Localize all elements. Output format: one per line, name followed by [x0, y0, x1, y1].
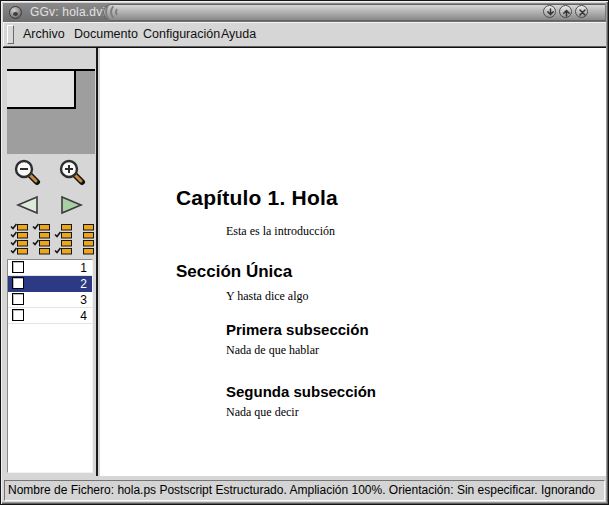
ggv-window: GGv: hola.dvi Archivo Documento Configur… — [0, 0, 609, 505]
section-body-text: Y hasta dice algo — [226, 289, 309, 304]
arrow-down-icon — [544, 6, 557, 19]
page-checkbox[interactable] — [12, 277, 24, 289]
menu-configuracion[interactable]: Configuración — [140, 23, 223, 46]
menu-documento[interactable]: Documento — [71, 23, 141, 46]
previous-page-button[interactable] — [14, 195, 40, 218]
mark-all-pages-button[interactable] — [10, 223, 29, 259]
clear-all-marks-button[interactable] — [76, 223, 95, 259]
mark-odd-pages-button[interactable] — [32, 223, 51, 259]
page-row-3[interactable]: 3 — [8, 292, 92, 308]
section-title: Sección Única — [176, 262, 292, 282]
subsection1-title: Primera subsección — [226, 321, 369, 338]
arrow-right-icon — [59, 195, 85, 215]
document-view[interactable]: Capítulo 1. Hola Esta es la introducción… — [100, 48, 606, 476]
sidebar: 1 2 3 4 — [3, 48, 98, 476]
page-checkbox[interactable] — [12, 309, 24, 321]
magnifier-minus-icon — [13, 158, 41, 186]
status-message: Nombre de Fichero: hola.ps Postscript Es… — [8, 481, 604, 500]
main-area: 1 2 3 4 Capítulo 1. Hola Esta es la int — [3, 48, 606, 476]
mark-even-icon — [54, 223, 73, 256]
mark-all-icon — [10, 223, 29, 256]
next-page-button[interactable] — [59, 195, 85, 218]
zoom-out-button[interactable] — [13, 158, 41, 189]
page-number: 1 — [80, 260, 87, 276]
minimize-button[interactable] — [543, 5, 556, 18]
page-checkbox[interactable] — [12, 261, 24, 273]
subsection2-title: Segunda subsección — [226, 383, 376, 400]
page-list: 1 2 3 4 — [7, 259, 93, 473]
arrow-up-icon — [560, 6, 573, 19]
close-button[interactable] — [575, 5, 588, 18]
clear-marks-icon — [76, 223, 95, 256]
close-x-icon — [576, 6, 589, 19]
page-row-4[interactable]: 4 — [8, 308, 92, 324]
menu-archivo[interactable]: Archivo — [20, 23, 68, 46]
arrow-left-icon — [14, 195, 40, 215]
page-number: 2 — [80, 276, 87, 292]
titlebar-grip[interactable] — [103, 4, 605, 21]
chapter-intro-text: Esta es la introducción — [226, 224, 335, 239]
menubar-drag-handle[interactable] — [7, 25, 14, 44]
magnifier-plus-icon — [58, 158, 86, 186]
statusbar: Nombre de Fichero: hola.ps Postscript Es… — [4, 480, 605, 501]
window-menu-icon[interactable] — [9, 6, 22, 19]
subsection2-body-text: Nada que decir — [226, 405, 299, 420]
page-thumbnail[interactable] — [7, 71, 76, 109]
mark-odd-icon — [32, 223, 51, 256]
grip-arc-icon — [115, 7, 125, 17]
window-title: GGv: hola.dvi — [30, 5, 105, 20]
mark-even-pages-button[interactable] — [54, 223, 73, 259]
page-thumbnail-panel — [7, 69, 95, 154]
subsection1-body-text: Nada de que hablar — [226, 343, 319, 358]
page-number: 4 — [80, 308, 87, 324]
page-checkbox[interactable] — [12, 293, 24, 305]
maximize-button[interactable] — [559, 5, 572, 18]
zoom-in-button[interactable] — [58, 158, 86, 189]
titlebar[interactable]: GGv: hola.dvi — [3, 3, 606, 22]
menubar: Archivo Documento Configuración Ayuda — [3, 22, 606, 47]
menu-ayuda[interactable]: Ayuda — [218, 23, 259, 46]
chapter-title: Capítulo 1. Hola — [176, 186, 338, 210]
page-row-2[interactable]: 2 — [8, 276, 92, 292]
page-row-1[interactable]: 1 — [8, 260, 92, 276]
page-number: 3 — [80, 292, 87, 308]
